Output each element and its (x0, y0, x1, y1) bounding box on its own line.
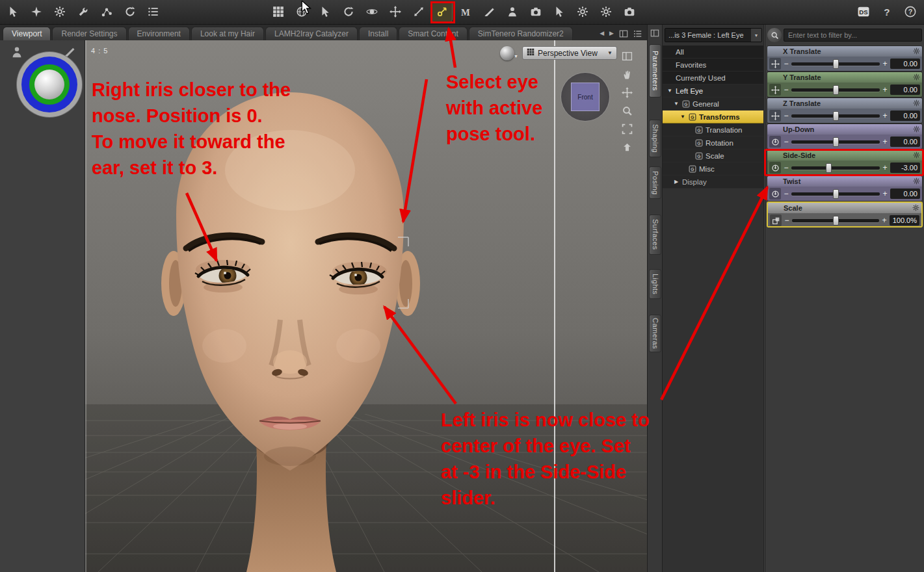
panel-dock-icon[interactable] (650, 29, 659, 40)
slider-handle[interactable] (833, 59, 839, 69)
slider-type-icon[interactable] (769, 84, 781, 96)
slider-type-icon[interactable] (769, 136, 781, 148)
slider-increment-button[interactable]: + (881, 216, 888, 225)
home-view-icon[interactable] (620, 140, 634, 153)
tab-panes-icon[interactable] (617, 27, 630, 40)
slider-value[interactable]: 0.00 (890, 110, 920, 121)
side-tab-surfaces[interactable]: Surfaces (649, 214, 661, 255)
translate-view-icon[interactable] (620, 86, 634, 99)
slider-type-icon[interactable] (769, 110, 781, 122)
param-nav-currently-used[interactable]: Currently Used (663, 72, 764, 84)
slider-track[interactable] (791, 140, 880, 144)
scene-globe-icon[interactable] (291, 2, 311, 21)
slider-increment-button[interactable]: + (882, 189, 888, 198)
slider-track[interactable] (791, 114, 880, 118)
slider-value[interactable]: 0.00 (890, 84, 920, 95)
slider-gear-icon[interactable] (913, 151, 920, 160)
viewport-pane[interactable]: 4 : 5 ▼ Perspective View ▼ Front (85, 40, 647, 572)
panes-icon[interactable] (620, 49, 634, 62)
frame-view-icon[interactable] (620, 122, 634, 135)
slider-type-icon[interactable] (769, 188, 781, 200)
tab-list-icon[interactable] (631, 27, 644, 40)
slider-handle[interactable] (826, 163, 832, 173)
slider-handle[interactable] (833, 137, 839, 147)
color-wheel-green-ring[interactable] (29, 64, 70, 105)
slider-handle[interactable] (833, 216, 839, 226)
figure-tool-icon[interactable] (502, 2, 522, 21)
paint-brush-tool-icon[interactable] (479, 2, 499, 21)
side-tab-shaping[interactable]: Shaping (649, 120, 661, 157)
slider-track[interactable] (792, 219, 879, 222)
color-wheel[interactable] (17, 52, 82, 117)
content-grid-icon[interactable] (268, 2, 288, 21)
param-nav-display[interactable]: ▶ Display (663, 176, 764, 188)
list-tool-icon[interactable] (143, 2, 163, 21)
param-nav-general[interactable]: ▼ G General (663, 98, 764, 110)
slider-increment-button[interactable]: + (882, 163, 888, 172)
slider-value[interactable]: 0.00 (890, 188, 920, 199)
slider-gear-icon[interactable] (913, 125, 920, 134)
rendered-head-scene[interactable] (85, 40, 647, 572)
param-nav-rotation[interactable]: G Rotation (663, 136, 764, 150)
render-camera-tool-icon[interactable] (619, 2, 639, 21)
param-nav-misc[interactable]: G Misc (663, 162, 764, 176)
gear-orbit-tool-icon[interactable] (572, 2, 592, 21)
node-graph-tool-icon[interactable] (96, 2, 116, 21)
side-tab-cameras[interactable]: Cameras (649, 315, 661, 352)
slider-track[interactable] (791, 62, 880, 66)
slider-gear-icon[interactable] (913, 177, 920, 186)
rotate-select-tool-icon[interactable] (338, 2, 358, 21)
slider-gear-icon[interactable] (913, 47, 920, 56)
tab-look-at-my-hair[interactable]: Look at my Hair (191, 27, 264, 40)
param-nav-transforms[interactable]: ▼ G Transforms (663, 110, 764, 124)
tab-scroll-right-icon[interactable]: ▶ (607, 27, 616, 40)
slider-value[interactable]: 0.00 (890, 136, 920, 147)
tab-install[interactable]: Install (359, 27, 397, 40)
slider-decrement-button[interactable]: − (784, 216, 790, 225)
tab-smart-content[interactable]: Smart Content (399, 27, 467, 40)
slider-increment-button[interactable]: + (882, 59, 888, 68)
aim-gear-tool-icon[interactable] (49, 2, 70, 21)
param-nav-left-eye[interactable]: ▼ Left Eye (663, 84, 764, 98)
param-nav-scale[interactable]: G Scale (663, 150, 764, 162)
slider-decrement-button[interactable]: − (783, 85, 789, 94)
slider-decrement-button[interactable]: − (783, 189, 789, 198)
slider-increment-button[interactable]: + (882, 85, 888, 94)
tab-render-settings[interactable]: Render Settings (52, 27, 126, 40)
filter-input[interactable] (784, 29, 922, 42)
slider-decrement-button[interactable]: − (783, 163, 789, 172)
param-nav-all[interactable]: All (663, 46, 764, 58)
slider-track[interactable] (791, 166, 880, 170)
slider-gear-icon[interactable] (913, 73, 920, 82)
slider-value[interactable]: 0.00 (890, 58, 920, 69)
side-tab-lights[interactable]: Lights (649, 269, 661, 299)
slider-decrement-button[interactable]: − (783, 111, 789, 120)
wrench-tool-icon[interactable] (73, 2, 93, 21)
slider-handle[interactable] (833, 111, 839, 121)
orbit-tool-icon[interactable] (362, 2, 382, 21)
pose-figure-icon[interactable] (10, 46, 23, 61)
slider-handle[interactable] (833, 189, 839, 199)
daz-studio-badge-icon[interactable]: DS (853, 2, 873, 21)
tab-lamh2iray-catalyzer[interactable]: LAMH2Iray Catalyzer (265, 27, 358, 40)
slider-type-icon[interactable] (769, 58, 781, 70)
camera-lock-tool-icon[interactable] (525, 2, 546, 21)
tab-scroll-left-icon[interactable]: ◀ (598, 27, 606, 40)
zoom-view-icon[interactable] (620, 104, 634, 117)
slider-handle[interactable] (833, 85, 839, 95)
help-question-icon[interactable]: ? (877, 2, 897, 21)
color-wheel-center-sphere[interactable] (34, 70, 64, 99)
param-nav-favorites[interactable]: Favorites (663, 58, 764, 72)
slider-track[interactable] (791, 192, 880, 196)
pose-cursor-tool-icon[interactable] (3, 2, 23, 21)
scale-tool-icon[interactable] (408, 2, 429, 21)
active-pose-tool-icon[interactable] (432, 2, 452, 21)
color-wheel-blue-ring[interactable] (21, 57, 77, 112)
node-scope-dropdown[interactable]: ...is 3 Female : Left Eye ▼ (665, 28, 762, 42)
slider-decrement-button[interactable]: − (783, 59, 789, 68)
gear-box-tool-icon[interactable] (596, 2, 616, 21)
search-icon[interactable] (767, 28, 782, 42)
hand-pan-icon[interactable] (620, 68, 634, 81)
slider-decrement-button[interactable]: − (783, 137, 789, 146)
slider-increment-button[interactable]: + (882, 137, 888, 146)
